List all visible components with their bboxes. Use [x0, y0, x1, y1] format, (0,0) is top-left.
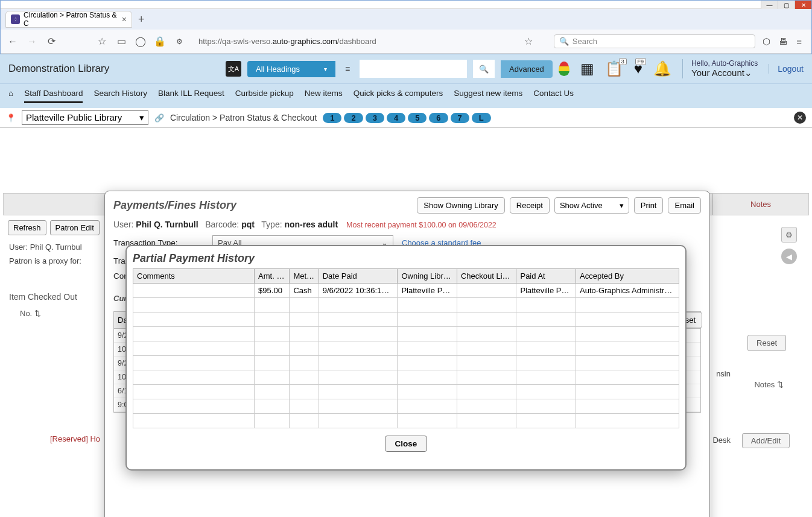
menu-icon[interactable]: ≡ — [796, 36, 802, 47]
url-path: /dashboard — [337, 37, 376, 46]
home-icon[interactable]: ⌂ — [8, 89, 13, 103]
add-edit-button[interactable]: Add/Edit — [742, 433, 790, 448]
nav-curbside[interactable]: Curbside pickup — [235, 89, 294, 103]
col-accepted[interactable]: Accepted By — [576, 269, 679, 284]
cell-checkout — [457, 284, 516, 298]
search-type-dropdown[interactable]: All Headings ▾ — [247, 61, 335, 77]
close-session-icon[interactable]: ✕ — [794, 112, 806, 124]
search-icon: 🔍 — [559, 37, 569, 46]
pill-2[interactable]: 2 — [344, 113, 363, 123]
url-prefix: https://qa-swls-verso. — [198, 37, 273, 46]
window-minimize[interactable]: — — [761, 1, 778, 9]
nav-staff-dashboard[interactable]: Staff Dashboard — [24, 89, 83, 103]
table-row — [133, 385, 679, 399]
modal2-close-button[interactable]: Close — [385, 436, 428, 452]
nav-search-history[interactable]: Search History — [94, 89, 147, 103]
patron-edit-button[interactable]: Patron Edit — [50, 220, 100, 235]
tab-notes[interactable]: Notes — [712, 193, 809, 215]
browser-tab[interactable]: ⁘ Circulation > Patron Status & C × — [5, 11, 132, 28]
cell-owning: Platteville Pu… — [398, 284, 457, 298]
favorites-icon[interactable]: ♥F9 — [634, 60, 642, 77]
partial-payment-modal: Partial Payment History Comments Amt. Pd… — [125, 245, 687, 471]
col-paid-at[interactable]: Paid At — [516, 269, 576, 284]
receipt-button[interactable]: Receipt — [510, 197, 550, 214]
col-owning[interactable]: Owning Libra… — [398, 269, 457, 284]
pill-5[interactable]: 5 — [408, 113, 427, 123]
star-icon[interactable]: ☆ — [522, 36, 534, 47]
nav-quick-picks[interactable]: Quick picks & computers — [354, 89, 443, 103]
search-button[interactable]: 🔍 — [473, 60, 495, 78]
catalog-search-input[interactable] — [360, 60, 467, 78]
pill-1[interactable]: 1 — [323, 113, 341, 123]
bg-text-nsin: nsin — [716, 369, 731, 378]
fav-badge: F9 — [635, 58, 647, 65]
library-icon[interactable]: ▭ — [115, 36, 127, 47]
window-maximize[interactable]: ▢ — [778, 1, 795, 9]
pill-6[interactable]: 6 — [429, 113, 448, 123]
pill-7[interactable]: 7 — [451, 113, 469, 123]
gear-icon[interactable]: ⚙ — [781, 227, 797, 243]
pocket-icon[interactable]: ⬡ — [763, 36, 770, 47]
browser-search[interactable]: 🔍 Search — [554, 34, 755, 48]
desk-text: Desk — [712, 436, 731, 445]
back-icon[interactable]: ← — [7, 36, 19, 47]
new-tab-button[interactable]: + — [138, 13, 145, 26]
col-date-paid[interactable]: Date Paid — [319, 269, 398, 284]
advanced-button[interactable]: Advanced — [501, 60, 553, 78]
permissions-icon[interactable]: ⚙ — [173, 37, 185, 46]
url-domain: auto-graphics.com — [273, 37, 337, 46]
balloon-icon[interactable] — [559, 62, 569, 76]
shield-icon[interactable]: ◯ — [135, 36, 147, 47]
lock-icon[interactable]: 🔒 — [154, 36, 166, 47]
print-icon[interactable]: 🖶 — [779, 36, 788, 47]
scan-icon[interactable]: ▦ — [580, 60, 594, 77]
col-checkout[interactable]: Checkout Lib… — [457, 269, 516, 284]
pill-3[interactable]: 3 — [366, 113, 384, 123]
notes-column-header: Notes ⇅ — [754, 380, 784, 389]
table-row — [133, 414, 679, 428]
logout-link[interactable]: Logout — [769, 64, 804, 74]
bookmark-icon[interactable]: ☆ — [96, 36, 108, 47]
location-select[interactable]: Platteville Public Library ▾ — [22, 110, 148, 125]
pill-4[interactable]: 4 — [387, 113, 405, 123]
database-icon[interactable]: ≡ — [341, 64, 354, 74]
language-icon[interactable]: 文A — [226, 61, 241, 77]
account-menu[interactable]: Hello, Auto-Graphics Your Account⌄ — [682, 59, 758, 78]
table-row[interactable]: $95.00 Cash 9/6/2022 10:36:1… Plattevill… — [133, 284, 679, 298]
library-title: Demonstration Library — [8, 63, 220, 75]
nav-blank-ill[interactable]: Blank ILL Request — [158, 89, 224, 103]
window-close[interactable]: ✕ — [795, 1, 811, 9]
url-bar[interactable]: https://qa-swls-verso.auto-graphics.com/… — [192, 37, 382, 46]
search-icon: 🔍 — [479, 65, 489, 74]
list-icon[interactable]: 📋3 — [605, 60, 623, 77]
cell-method: Cash — [290, 284, 319, 298]
chevron-down-icon: ▾ — [324, 66, 327, 72]
cell-accepted: Auto-Graphics Administr… — [576, 284, 679, 298]
nav-new-items[interactable]: New items — [305, 89, 343, 103]
reload-icon[interactable]: ⟳ — [45, 36, 57, 47]
search-placeholder: Search — [573, 37, 597, 46]
collapse-icon[interactable]: ◀ — [781, 249, 797, 264]
col-amt[interactable]: Amt. Pd. — [255, 269, 290, 284]
tab-close-icon[interactable]: × — [122, 14, 127, 24]
email-button[interactable]: Email — [668, 197, 701, 214]
col-method[interactable]: Meth… — [290, 269, 319, 284]
forward-icon[interactable]: → — [26, 36, 38, 47]
refresh-button[interactable]: Refresh — [8, 220, 46, 235]
search-type-label: All Headings — [256, 65, 300, 74]
show-active-select[interactable]: Show Active ▾ — [554, 197, 629, 214]
nav-contact[interactable]: Contact Us — [533, 89, 574, 103]
print-button[interactable]: Print — [634, 197, 664, 214]
cell-date-paid: 9/6/2022 10:36:1… — [319, 284, 398, 298]
notifications-icon[interactable]: 🔔 — [653, 60, 671, 77]
your-account-label: Your Account — [691, 68, 744, 78]
location-pin-icon: 📍 — [6, 113, 16, 122]
table-row — [133, 341, 679, 356]
nav-suggest[interactable]: Suggest new items — [454, 89, 522, 103]
pill-l[interactable]: L — [472, 113, 491, 123]
table-row — [133, 356, 679, 370]
chevron-down-icon: ▾ — [139, 112, 144, 123]
reset-button[interactable]: Reset — [747, 335, 786, 351]
col-comments[interactable]: Comments — [133, 269, 255, 284]
show-owning-library-button[interactable]: Show Owning Library — [417, 197, 505, 214]
